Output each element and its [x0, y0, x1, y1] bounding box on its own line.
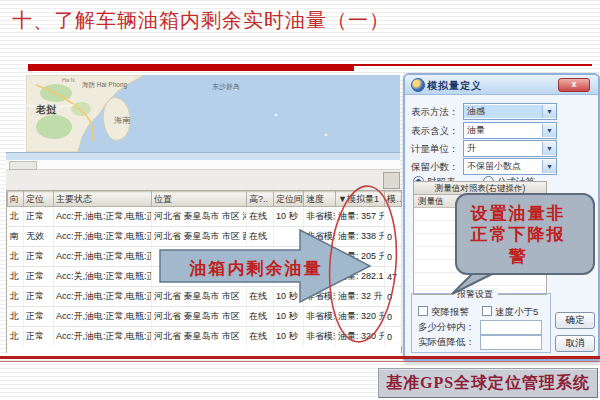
red-circle-annotation — [325, 182, 405, 347]
table-cell: 正常 — [24, 307, 54, 327]
table-cell: 无效 — [24, 227, 54, 247]
method-select[interactable]: 油感 ▼ — [463, 103, 557, 120]
table-cell: 北 — [8, 207, 24, 227]
map-label: Ha N. — [62, 77, 77, 83]
checkbox-label: 突降报警 — [431, 306, 469, 317]
sudden-drop-checkbox[interactable]: 突降报警 — [418, 306, 469, 319]
map-label: 海南 — [114, 116, 131, 125]
table-cell: 北 — [8, 287, 24, 307]
field-label-decimal: 保留小数： — [411, 161, 465, 174]
chevron-down-icon[interactable]: ▼ — [542, 160, 556, 173]
map-label: 海防 Hai Phong — [82, 81, 128, 89]
map-label: 老挝 — [35, 104, 57, 115]
table-cell: 在线 — [247, 327, 274, 347]
cancel-button[interactable]: 取消 — [555, 335, 595, 352]
table-cell: Acc:开,油电:正常,电瓶:正常,... — [54, 207, 152, 227]
table-cell: Acc:开,油电:正常,电瓶:正常,... — [54, 247, 152, 267]
checkbox-label: 速度小于5 — [495, 306, 538, 317]
table-cell: 10 秒 — [274, 327, 304, 347]
title-divider-line — [354, 64, 592, 66]
column-header[interactable]: 定位 — [24, 192, 54, 207]
map-scroll-band[interactable] — [6, 152, 400, 160]
dialog-icon — [411, 78, 425, 92]
column-header[interactable]: 定位间隔 — [274, 192, 304, 207]
map-islet — [325, 134, 327, 136]
table-cell: 河北省 秦皇岛市 市区 — [152, 307, 247, 327]
close-button[interactable]: x — [558, 78, 590, 92]
footer-brand-text: 基准GPS全球定位管理系统 — [386, 373, 590, 394]
map-label: 东沙群岛 — [212, 83, 240, 91]
speed-less-checkbox[interactable]: 速度小于5 — [482, 306, 538, 319]
minutes-label: 多少分钟内： — [418, 321, 475, 334]
table-cell: 在线 — [247, 307, 274, 327]
table-cell: 正常 — [24, 247, 54, 267]
table-cell: 正常 — [24, 287, 54, 307]
table-cell: 正常 — [24, 267, 54, 287]
table-cell: 南 — [8, 227, 24, 247]
table-cell: Acc:开,油电:正常,电瓶:正常,... — [54, 227, 152, 247]
table-cell: Acc:关,油电:正常,电瓶:正常,... — [54, 267, 152, 287]
meaning-select-value: 油量 — [464, 124, 542, 137]
table-cell: 在线 — [247, 207, 274, 227]
table-cell: 北 — [8, 247, 24, 267]
table-cell: 10 秒 — [274, 207, 304, 227]
table-cell: 河北省 秦皇岛市 市区 港城大.. — [152, 207, 247, 227]
unit-select[interactable]: 升 ▼ — [463, 140, 557, 157]
value-drop-input[interactable] — [480, 335, 542, 350]
value-drop-label: 实际值降低： — [418, 336, 475, 349]
table-cell: Acc:开,油电:正常,电瓶:正常,... — [54, 327, 152, 347]
map-green-patch — [36, 115, 72, 139]
checkbox-icon[interactable] — [418, 306, 428, 316]
bubble-callout-label: 设置油量非正常下降报警 — [462, 203, 574, 267]
table-cell: Acc:开,油电:正常,电瓶:正常,... — [54, 307, 152, 327]
tab-strip — [6, 160, 400, 170]
table-empty-space — [6, 346, 402, 353]
field-label-meaning: 表示含义： — [411, 125, 465, 138]
meaning-select[interactable]: 油量 ▼ — [463, 122, 557, 139]
table-cell: 正常 — [24, 327, 54, 347]
dialog-title: 模拟量定义 — [427, 79, 482, 93]
ellipse-shape — [325, 184, 401, 344]
title-divider-bar — [28, 64, 354, 71]
field-label-method: 表示方法： — [411, 106, 465, 119]
bottom-rule-thin — [0, 361, 600, 362]
table-cell: 正常 — [24, 207, 54, 227]
chevron-down-icon[interactable]: ▼ — [542, 105, 556, 118]
footer-brand-box: 基准GPS全球定位管理系统 — [378, 368, 598, 398]
table-cell: 河北省 秦皇岛市 市区 — [152, 327, 247, 347]
checkbox-icon[interactable] — [482, 306, 492, 316]
page-title: 十、了解车辆油箱内剩余实时油量（一） — [12, 7, 390, 34]
minutes-input[interactable] — [480, 320, 542, 335]
table-cell: 北 — [8, 267, 24, 287]
column-header[interactable]: 向 — [8, 192, 24, 207]
map-view[interactable]: 老挝 海南 东沙群岛 海防 Hai Phong Ha N. — [26, 75, 400, 152]
field-label-unit: 计量单位： — [411, 143, 465, 156]
chevron-down-icon[interactable]: ▼ — [542, 124, 556, 137]
unit-select-value: 升 — [464, 142, 542, 155]
ok-button[interactable]: 确定 — [555, 312, 595, 329]
table-cell: 北 — [8, 307, 24, 327]
column-header[interactable]: 位置 — [152, 192, 247, 207]
decimal-select[interactable]: 不保留小数点 ▼ — [463, 158, 557, 175]
map-islet — [275, 114, 277, 116]
alarm-settings-group: 报警设置 突降报警 速度小于5 多少分钟内： 实际值降低： — [411, 293, 551, 353]
tab-stub[interactable] — [9, 161, 37, 170]
bottom-rule — [0, 356, 600, 359]
column-header[interactable]: 高?.. — [247, 192, 274, 207]
decimal-select-value: 不保留小数点 — [464, 160, 542, 173]
column-header[interactable]: 主要状态 — [54, 192, 152, 207]
chevron-down-icon[interactable]: ▼ — [542, 142, 556, 155]
table-cell: 10 秒 — [274, 307, 304, 327]
method-select-value: 油感 — [464, 105, 542, 118]
table-cell: Acc:开,油电:正常,电瓶:正常,... — [54, 287, 152, 307]
arrow-callout-label: 油箱内剩余油量 — [170, 257, 342, 280]
slide: 十、了解车辆油箱内剩余实时油量（一） 老挝 海南 东沙群岛 海防 Hai Pho… — [0, 0, 600, 400]
table-cell: 北 — [8, 327, 24, 347]
